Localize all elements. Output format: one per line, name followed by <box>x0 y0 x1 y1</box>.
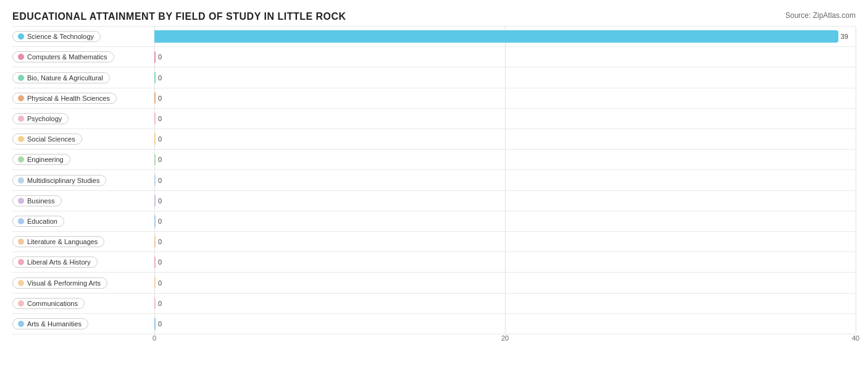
bar-track: 0 <box>154 67 856 87</box>
bar-label-pill: Arts & Humanities <box>12 318 88 329</box>
bar-label-text: Business <box>27 197 55 205</box>
bar-dot-icon <box>18 280 24 286</box>
bar-label-text: Social Sciences <box>27 135 75 143</box>
bar-value-label: 0 <box>158 258 162 266</box>
vertical-grid-line <box>856 109 856 129</box>
bar-dot-icon <box>18 136 24 142</box>
bar-fill <box>154 297 156 309</box>
bar-value-label: 0 <box>158 115 162 122</box>
bar-fill <box>154 277 156 289</box>
bar-fill <box>154 133 156 145</box>
bar-track: 0 <box>154 273 856 292</box>
bar-track: 0 <box>154 47 856 67</box>
bar-track: 0 <box>154 170 856 190</box>
bar-value-label: 39 <box>841 33 848 40</box>
bar-fill <box>154 92 156 104</box>
bar-label-pill: Communications <box>12 298 85 309</box>
bar-fill <box>154 174 156 186</box>
vertical-grid-line <box>505 129 506 149</box>
bar-track: 0 <box>154 294 856 313</box>
bar-dot-icon <box>18 239 24 245</box>
bar-fill <box>154 215 156 227</box>
bar-label-pill: Multidisciplinary Studies <box>12 175 106 186</box>
vertical-grid-line <box>505 314 506 334</box>
bar-dot-icon <box>18 198 24 204</box>
bar-row: Multidisciplinary Studies0 <box>12 170 856 190</box>
grid-and-bars: Science & Technology39Computers & Mathem… <box>12 26 856 334</box>
vertical-grid-line <box>856 88 856 108</box>
bar-label-pill: Psychology <box>12 113 69 124</box>
bar-fill <box>154 112 156 124</box>
bar-value-label: 0 <box>158 156 162 163</box>
bar-label-text: Science & Technology <box>27 33 94 40</box>
bar-fill <box>154 72 156 83</box>
bar-dot-icon <box>18 156 24 163</box>
bar-value-label: 0 <box>158 135 162 143</box>
bar-label-text: Liberal Arts & History <box>27 258 91 266</box>
bar-row: Communications0 <box>12 294 856 314</box>
bar-row: Science & Technology39 <box>12 26 856 47</box>
bar-dot-icon <box>18 75 24 81</box>
vertical-grid-line <box>856 273 856 292</box>
vertical-grid-line <box>505 232 506 252</box>
vertical-grid-line <box>505 67 506 87</box>
bar-value-label: 0 <box>158 320 162 328</box>
bar-row: Business0 <box>12 191 856 211</box>
vertical-grid-line <box>505 109 506 129</box>
bar-label-text: Bio, Nature & Agricultural <box>27 74 103 82</box>
vertical-grid-line <box>505 294 506 313</box>
bar-track: 0 <box>154 88 856 108</box>
vertical-grid-line <box>505 170 506 190</box>
bar-value-label: 0 <box>158 218 162 225</box>
bar-dot-icon <box>18 33 24 40</box>
bar-label-text: Communications <box>27 300 78 307</box>
bar-row: Arts & Humanities0 <box>12 314 856 334</box>
bar-label-text: Arts & Humanities <box>27 320 81 328</box>
bar-label-text: Computers & Mathematics <box>27 53 107 61</box>
bar-row: Social Sciences0 <box>12 129 856 150</box>
bar-row: Computers & Mathematics0 <box>12 47 856 67</box>
bar-row: Engineering0 <box>12 150 856 170</box>
bar-label-pill: Liberal Arts & History <box>12 256 98 268</box>
source-label: Source: ZipAtlas.com <box>785 11 856 20</box>
bar-label-pill: Visual & Performing Arts <box>12 278 107 289</box>
vertical-grid-line <box>856 129 856 149</box>
bar-label-pill: Bio, Nature & Agricultural <box>12 72 110 83</box>
bar-label-pill: Computers & Mathematics <box>12 51 114 62</box>
vertical-grid-line <box>505 47 506 67</box>
bar-dot-icon <box>18 218 24 224</box>
bar-value-label: 0 <box>158 177 162 184</box>
bar-label-pill: Physical & Health Sciences <box>12 93 117 104</box>
vertical-grid-line <box>505 211 506 231</box>
bar-row: Education0 <box>12 211 856 232</box>
vertical-grid-line <box>856 170 856 190</box>
bar-row: Psychology0 <box>12 109 856 129</box>
bar-value-label: 0 <box>158 53 162 61</box>
bar-row: Literature & Languages0 <box>12 232 856 252</box>
bar-track: 0 <box>154 109 856 129</box>
vertical-grid-line <box>505 273 506 292</box>
bar-label-pill: Social Sciences <box>12 134 82 145</box>
bar-track: 0 <box>154 232 856 252</box>
bar-fill <box>154 235 156 247</box>
vertical-grid-line <box>505 88 506 108</box>
bar-track: 0 <box>154 191 856 211</box>
bar-dot-icon <box>18 321 24 327</box>
bar-track: 0 <box>154 129 856 149</box>
x-tick-label: 40 <box>852 334 859 342</box>
bar-fill <box>154 256 156 268</box>
bar-label-text: Physical & Health Sciences <box>27 95 110 102</box>
vertical-grid-line <box>856 314 856 334</box>
bar-dot-icon <box>18 259 24 265</box>
vertical-grid-line <box>505 150 506 169</box>
vertical-grid-line <box>856 150 856 169</box>
bar-fill <box>154 51 156 63</box>
chart-title: EDUCATIONAL ATTAINMENT BY FIELD OF STUDY… <box>12 11 856 22</box>
x-tick-label: 0 <box>152 334 156 342</box>
vertical-grid-line <box>505 191 506 211</box>
bar-track: 0 <box>154 150 856 169</box>
bars-section: Science & Technology39Computers & Mathem… <box>12 26 856 349</box>
bar-dot-icon <box>18 177 24 184</box>
bar-dot-icon <box>18 116 24 122</box>
bar-track: 0 <box>154 314 856 334</box>
